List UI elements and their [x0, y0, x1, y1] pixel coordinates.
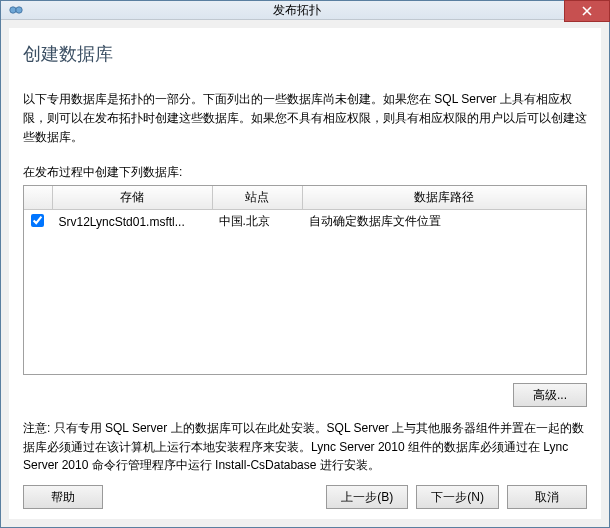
col-checkbox[interactable] [24, 186, 52, 210]
cell-path: 自动确定数据库文件位置 [302, 210, 586, 234]
cell-store: Srv12LyncStd01.msftl... [52, 210, 212, 234]
row-checkbox-cell [24, 210, 52, 234]
description-text: 以下专用数据库是拓扑的一部分。下面列出的一些数据库尚未创建。如果您在 SQL S… [23, 90, 587, 146]
table-header-row: 存储 站点 数据库路径 [24, 186, 586, 210]
list-label: 在发布过程中创建下列数据库: [23, 164, 587, 181]
next-button[interactable]: 下一步(N) [416, 485, 499, 509]
table-row[interactable]: Srv12LyncStd01.msftl... 中国.北京 自动确定数据库文件位… [24, 210, 586, 234]
dialog-body: 创建数据库 以下专用数据库是拓扑的一部分。下面列出的一些数据库尚未创建。如果您在… [9, 28, 601, 519]
page-heading: 创建数据库 [23, 42, 587, 66]
database-table: 存储 站点 数据库路径 Srv12LyncStd01.msftl... 中国.北… [24, 186, 586, 233]
advanced-row: 高级... [23, 375, 587, 413]
row-checkbox[interactable] [31, 214, 44, 227]
col-site[interactable]: 站点 [212, 186, 302, 210]
note-text: 注意: 只有专用 SQL Server 上的数据库可以在此处安装。SQL Ser… [23, 419, 587, 475]
cell-site: 中国.北京 [212, 210, 302, 234]
titlebar: 发布拓扑 [1, 1, 609, 20]
col-store[interactable]: 存储 [52, 186, 212, 210]
database-grid: 存储 站点 数据库路径 Srv12LyncStd01.msftl... 中国.北… [23, 185, 587, 375]
window-title: 发布拓扑 [0, 2, 609, 19]
col-path[interactable]: 数据库路径 [302, 186, 586, 210]
help-button[interactable]: 帮助 [23, 485, 103, 509]
wizard-window: 发布拓扑 创建数据库 以下专用数据库是拓扑的一部分。下面列出的一些数据库尚未创建… [0, 0, 610, 528]
close-button[interactable] [564, 0, 610, 22]
advanced-button[interactable]: 高级... [513, 383, 587, 407]
button-bar: 帮助 上一步(B) 下一步(N) 取消 [23, 485, 587, 509]
cancel-button[interactable]: 取消 [507, 485, 587, 509]
close-icon [582, 3, 592, 19]
back-button[interactable]: 上一步(B) [326, 485, 408, 509]
